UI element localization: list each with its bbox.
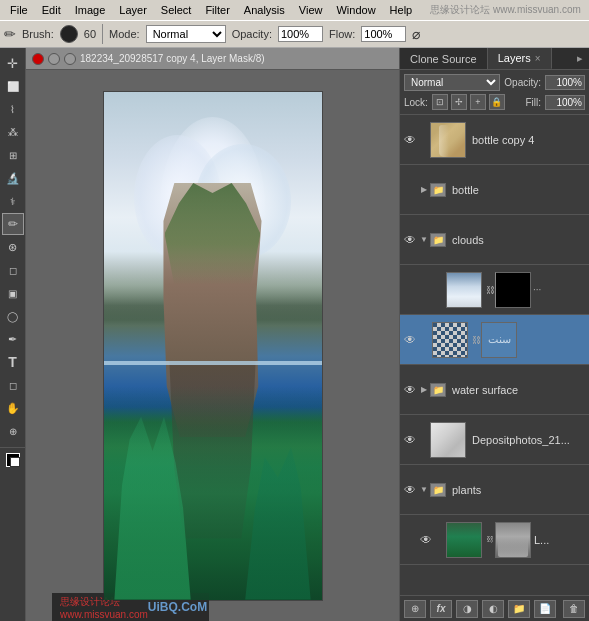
opacity-value-input[interactable] [545,75,585,90]
layer-depositphotos[interactable]: 👁 Depositphotos_21... [400,415,589,465]
hand-tool[interactable]: ✋ [2,397,24,419]
folder-icon-plants: 📁 [430,483,446,497]
shape-tool[interactable]: ◻ [2,374,24,396]
rect-select-tool[interactable]: ⬜ [2,75,24,97]
lock-image-button[interactable]: ✢ [451,94,467,110]
visibility-plants-group[interactable]: 👁 [402,467,418,512]
window-close-button[interactable] [32,53,44,65]
layer-plants-group[interactable]: 👁 ▼ 📁 plants [400,465,589,515]
panel-tabs: Clone Source Layers × ▸ [400,48,589,70]
panel-options-button[interactable]: ▸ [571,48,589,69]
layer-bottle-copy-4[interactable]: 👁 bottle copy 4 [400,115,589,165]
tab-clone-source-label: Clone Source [410,53,477,65]
brush-preview[interactable] [60,25,78,43]
visibility-bottle-copy-4[interactable]: 👁 [402,117,418,162]
watermark-top: 思缘设计论坛 www.missvuan.com [430,3,581,17]
layer-bottle-group[interactable]: 👁 ▶ 📁 bottle [400,165,589,215]
zoom-tool[interactable]: ⊕ [2,420,24,442]
menu-select[interactable]: Select [155,2,198,18]
menu-layer[interactable]: Layer [113,2,153,18]
brush-tool[interactable]: ✏ [2,213,24,235]
canvas-content[interactable] [26,70,399,621]
layer-selected[interactable]: 👁 ⛓ سنت [400,315,589,365]
spot-heal-tool[interactable]: ⚕ [2,190,24,212]
lock-position-button[interactable]: + [470,94,486,110]
tab-layers[interactable]: Layers × [488,48,552,69]
pen-tool[interactable]: ✒ [2,328,24,350]
layer-name-plants-sub: L... [531,534,587,546]
visibility-plants-sub[interactable]: 👁 [418,517,434,562]
layer-clouds-sub[interactable]: 👁 ⛓ ··· [400,265,589,315]
expand-plants-group[interactable]: ▼ [418,467,430,512]
folder-icon-water: 📁 [430,383,446,397]
airbrush-icon[interactable]: ⌀ [412,26,420,42]
expand-water-surface[interactable]: ▶ [418,367,430,412]
expand-bottle-copy-4 [418,117,430,162]
lock-transparent-button[interactable]: ⊡ [432,94,448,110]
canvas-image[interactable] [103,91,323,601]
menu-view[interactable]: View [293,2,329,18]
fill-value-input[interactable] [545,95,585,110]
visibility-selected[interactable]: 👁 [402,317,418,362]
move-tool[interactable]: ✛ [2,52,24,74]
expand-bottle-group[interactable]: ▶ [418,167,430,212]
expand-clouds-sub [434,267,446,312]
clone-stamp-tool[interactable]: ⊛ [2,236,24,258]
layers-bottom-bar: ⊕ fx ◑ ◐ 📁 📄 🗑 [400,595,589,621]
magic-wand-tool[interactable]: ⁂ [2,121,24,143]
window-maximize-button[interactable] [64,53,76,65]
visibility-water-surface[interactable]: 👁 [402,367,418,412]
delete-layer-button[interactable]: 🗑 [563,600,585,618]
add-adjustment-button[interactable]: ◐ [482,600,504,618]
layer-water-surface-group[interactable]: 👁 ▶ 📁 water surface [400,365,589,415]
visibility-bottle-group[interactable]: 👁 [402,167,418,212]
thumb-selected [432,322,468,358]
menu-image[interactable]: Image [69,2,112,18]
menu-bar: File Edit Image Layer Select Filter Anal… [0,0,589,20]
tab-layers-close-button[interactable]: × [535,53,541,64]
thumb-clouds-sub [446,272,482,308]
thumb-bottle-copy-4 [430,122,466,158]
text-tool[interactable]: T [2,351,24,373]
new-group-button[interactable]: 📁 [508,600,530,618]
menu-help[interactable]: Help [384,2,419,18]
eraser-tool[interactable]: ◻ [2,259,24,281]
menu-file[interactable]: File [4,2,34,18]
layer-name-bottle-copy-4: bottle copy 4 [469,134,587,146]
layers-controls: Normal Opacity: Lock: ⊡ ✢ + 🔒 Fill: [400,70,589,115]
folder-icon-clouds: 📁 [430,233,446,247]
tab-clone-source[interactable]: Clone Source [400,48,488,69]
lasso-tool[interactable]: ⌇ [2,98,24,120]
gradient-tool[interactable]: ▣ [2,282,24,304]
lock-all-button[interactable]: 🔒 [489,94,505,110]
foreground-color[interactable] [2,449,24,471]
blend-mode-select[interactable]: Normal [146,25,226,43]
dodge-tool[interactable]: ◯ [2,305,24,327]
menu-edit[interactable]: Edit [36,2,67,18]
layer-name-depositphotos: Depositphotos_21... [469,434,587,446]
visibility-depositphotos[interactable]: 👁 [402,417,418,462]
chain-plants-sub: ⛓ [485,535,495,544]
expand-clouds-group[interactable]: ▼ [418,217,430,262]
menu-analysis[interactable]: Analysis [238,2,291,18]
layer-clouds-group[interactable]: 👁 ▼ 📁 clouds [400,215,589,265]
lock-label: Lock: [404,97,428,108]
canvas-title: 182234_20928517 copy 4, Layer Mask/8) [80,53,265,64]
add-mask-button[interactable]: ◑ [456,600,478,618]
menu-filter[interactable]: Filter [199,2,235,18]
link-layers-button[interactable]: ⊕ [404,600,426,618]
flow-input[interactable] [361,26,406,42]
layers-list[interactable]: 👁 bottle copy 4 👁 ▶ 📁 bottle 👁 ▼ 📁 cloud… [400,115,589,595]
crop-tool[interactable]: ⊞ [2,144,24,166]
eyedropper-tool[interactable]: 🔬 [2,167,24,189]
layer-blend-mode-select[interactable]: Normal [404,74,500,91]
window-minimize-button[interactable] [48,53,60,65]
menu-window[interactable]: Window [330,2,381,18]
new-layer-button[interactable]: 📄 [534,600,556,618]
visibility-clouds-group[interactable]: 👁 [402,217,418,262]
opacity-input[interactable] [278,26,323,42]
layer-plants-sub[interactable]: 👁 ⛓ L... [400,515,589,565]
visibility-clouds-sub[interactable]: 👁 [418,267,434,312]
chain-selected: ⛓ [471,335,481,345]
layer-effects-button[interactable]: fx [430,600,452,618]
